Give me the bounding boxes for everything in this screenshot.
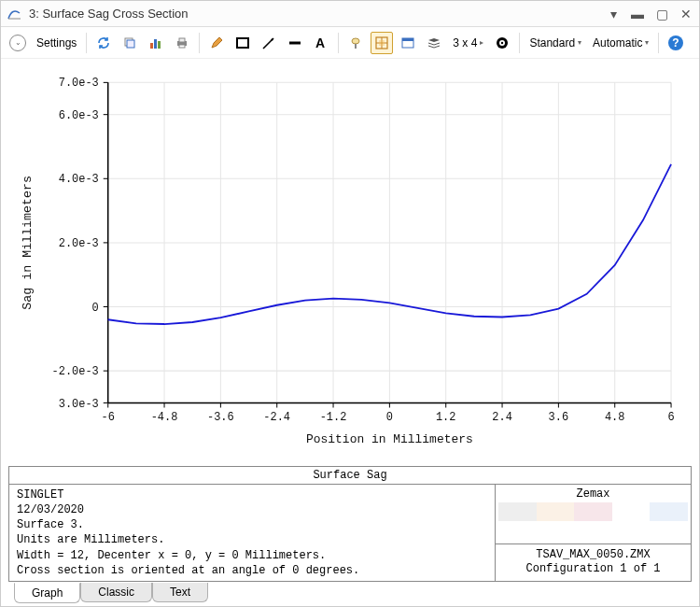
app-icon — [7, 6, 23, 22]
info-panel: Surface Sag SINGLET12/03/2020Surface 3.U… — [8, 466, 692, 582]
grid-toggle-icon[interactable] — [371, 32, 393, 54]
window-title: 3: Surface Sag Cross Section — [29, 7, 606, 21]
svg-text:4.8: 4.8 — [605, 411, 625, 424]
titlebar: 3: Surface Sag Cross Section ▾ ▬ ▢ ✕ — [1, 1, 699, 27]
tab-classic[interactable]: Classic — [80, 583, 152, 602]
svg-text:?: ? — [673, 36, 679, 49]
settings-button[interactable]: Settings — [33, 36, 80, 49]
svg-rect-7 — [179, 45, 185, 48]
copy-icon[interactable] — [119, 32, 141, 54]
grid-size-label[interactable]: 3 x 4 ▸ — [449, 36, 487, 49]
tab-bar: GraphClassicText — [1, 584, 699, 606]
automatic-dropdown[interactable]: Automatic ▾ — [589, 36, 652, 49]
svg-rect-1 — [127, 40, 134, 48]
chart-icon[interactable] — [145, 32, 167, 54]
expand-button[interactable]: ⌄ — [7, 32, 29, 54]
svg-rect-6 — [179, 38, 185, 42]
svg-text:2.0e-3: 2.0e-3 — [59, 237, 99, 250]
layers-icon[interactable] — [423, 32, 445, 54]
text-tool-icon[interactable]: A — [310, 32, 332, 54]
svg-text:3.6: 3.6 — [549, 411, 569, 424]
refresh-icon[interactable] — [92, 32, 115, 54]
svg-text:-6: -6 — [102, 411, 115, 424]
svg-text:4.0e-3: 4.0e-3 — [59, 173, 99, 186]
svg-text:Sag in Millimeters: Sag in Millimeters — [21, 176, 35, 310]
svg-text:0: 0 — [386, 411, 393, 424]
svg-text:-1.2: -1.2 — [320, 411, 347, 424]
window-controls: ▾ ▬ ▢ ✕ — [606, 7, 693, 21]
svg-text:1.2: 1.2 — [436, 411, 456, 424]
svg-rect-19 — [402, 38, 413, 41]
tab-text[interactable]: Text — [152, 583, 208, 602]
svg-text:2.4: 2.4 — [492, 411, 512, 424]
svg-text:-3.6: -3.6 — [207, 411, 234, 424]
chart-area[interactable]: -6-4.8-3.6-2.4-1.201.22.43.64.863.0e-3-2… — [1, 59, 699, 460]
svg-text:A: A — [315, 35, 325, 50]
svg-text:-2.0e-3: -2.0e-3 — [52, 365, 99, 378]
sag-chart: -6-4.8-3.6-2.4-1.201.22.43.64.863.0e-3-2… — [10, 68, 690, 460]
line-icon[interactable] — [284, 32, 306, 54]
svg-text:6: 6 — [667, 411, 674, 424]
file-config-box: TSAV_MAX_0050.ZMX Configuration 1 of 1 — [496, 544, 691, 581]
config-label: Configuration 1 of 1 — [501, 562, 685, 577]
svg-rect-17 — [379, 40, 385, 46]
toolbar: ⌄ Settings A 3 x 4 ▸ Standard ▾ Automati… — [1, 27, 699, 59]
svg-text:0: 0 — [92, 301, 99, 314]
print-icon[interactable] — [171, 32, 193, 54]
info-title: Surface Sag — [9, 467, 691, 485]
svg-rect-13 — [355, 44, 357, 49]
help-icon[interactable]: ? — [665, 32, 687, 54]
svg-rect-2 — [150, 43, 153, 49]
brand-band — [498, 502, 688, 521]
minimize-icon[interactable]: ▬ — [630, 7, 645, 21]
svg-rect-8 — [237, 38, 248, 48]
svg-rect-3 — [154, 39, 157, 49]
target-icon[interactable] — [491, 32, 513, 54]
svg-point-22 — [501, 41, 503, 43]
pencil-icon[interactable] — [205, 32, 228, 54]
svg-rect-4 — [158, 41, 161, 49]
standard-dropdown[interactable]: Standard ▾ — [525, 36, 585, 49]
svg-text:3.0e-3: 3.0e-3 — [59, 397, 99, 410]
brand-label: Zemax — [498, 487, 688, 501]
brand-box: Zemax — [496, 485, 691, 544]
svg-text:7.0e-3: 7.0e-3 — [59, 77, 99, 90]
svg-text:-2.4: -2.4 — [263, 411, 290, 424]
close-icon[interactable]: ✕ — [679, 7, 693, 21]
svg-point-12 — [352, 38, 359, 44]
arrow-icon[interactable] — [258, 32, 280, 54]
dropdown-icon[interactable]: ▾ — [606, 7, 621, 21]
maximize-icon[interactable]: ▢ — [654, 7, 669, 21]
filename-label: TSAV_MAX_0050.ZMX — [501, 548, 685, 563]
zoom-icon[interactable] — [344, 32, 367, 54]
rectangle-icon[interactable] — [231, 32, 254, 54]
svg-text:Position in Millimeters: Position in Millimeters — [306, 432, 473, 446]
info-text: SINGLET12/03/2020Surface 3.Units are Mil… — [9, 485, 495, 581]
svg-text:6.0e-3: 6.0e-3 — [59, 109, 99, 122]
svg-text:-4.8: -4.8 — [151, 411, 178, 424]
window-icon[interactable] — [397, 32, 419, 54]
tab-graph[interactable]: Graph — [14, 583, 80, 603]
